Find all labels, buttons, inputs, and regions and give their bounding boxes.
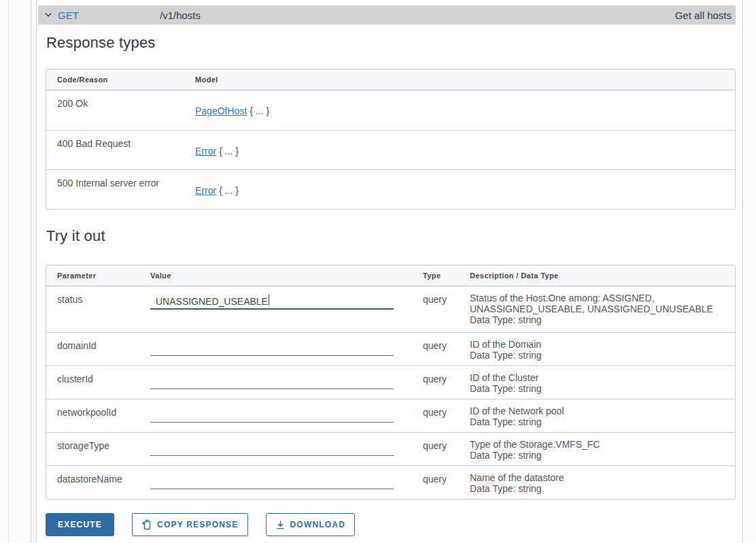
- param-type: query: [415, 399, 463, 432]
- api-explorer-screen: GET /v1/hosts Get all hosts Response typ…: [0, 0, 756, 543]
- text-caret: [269, 295, 269, 306]
- col-header-model: Model: [195, 69, 735, 90]
- param-data-type: Data Type: string: [470, 383, 727, 394]
- response-types-header-row: Code/Reason Model: [46, 69, 735, 90]
- download-label: DOWNLOAD: [290, 520, 346, 529]
- param-type: query: [415, 365, 463, 399]
- response-row-500: 500 Internal server error Error{ ... }: [46, 169, 735, 209]
- page-left-rule: [8, 0, 9, 543]
- status-value-input[interactable]: UNASSIGNED_USEABLE: [150, 291, 394, 310]
- col-header-description: Description / Data Type: [463, 265, 735, 286]
- endpoint-summary: Get all hosts: [675, 10, 732, 21]
- copy-response-label: COPY RESPONSE: [157, 520, 238, 529]
- param-data-type: Data Type: string: [470, 350, 727, 361]
- copy-icon: [141, 519, 152, 530]
- action-button-bar: EXECUTE COPY RESPONSE: [46, 513, 736, 536]
- model-link-error[interactable]: Error: [195, 146, 216, 157]
- param-name: clusterId: [46, 365, 150, 399]
- try-it-out-title: Try it out: [46, 227, 736, 245]
- param-row-domainid: domainId query ID of the Domain Data Typ…: [46, 332, 735, 365]
- param-description: ID of the Cluster: [470, 372, 727, 383]
- param-data-type: Data Type: string: [470, 314, 727, 325]
- col-header-parameter: Parameter: [46, 265, 150, 286]
- download-button[interactable]: DOWNLOAD: [266, 513, 356, 536]
- response-types-title: Response types: [46, 34, 736, 52]
- copy-response-button[interactable]: COPY RESPONSE: [132, 513, 247, 536]
- operation-panel: GET /v1/hosts Get all hosts Response typ…: [36, 0, 743, 543]
- operation-body: Response types Code/Reason Model 200 Ok …: [37, 34, 742, 536]
- param-row-clusterid: clusterId query ID of the Cluster Data T…: [46, 365, 735, 399]
- status-value-text: UNASSIGNED_USEABLE: [156, 296, 268, 307]
- response-row-200: 200 Ok PageOfHost{ ... }: [46, 90, 735, 130]
- param-description: ID of the Domain: [470, 339, 727, 350]
- param-data-type: Data Type: string: [470, 450, 727, 461]
- model-suffix: { ... }: [250, 105, 269, 116]
- endpoint-path: /v1/hosts: [160, 10, 201, 21]
- param-description: Status of the Host.One among: ASSIGNED, …: [470, 293, 727, 314]
- col-header-type: Type: [415, 265, 463, 286]
- param-row-datastorename: datastoreName query Name of the datastor…: [46, 465, 735, 499]
- datastorename-value-input[interactable]: [150, 470, 394, 489]
- response-types-table: Code/Reason Model 200 Ok PageOfHost{ ...…: [46, 69, 736, 210]
- networkpoolid-value-input[interactable]: [150, 404, 394, 423]
- param-name: datastoreName: [46, 465, 150, 499]
- storagetype-value-input[interactable]: [150, 437, 394, 456]
- execute-button[interactable]: EXECUTE: [46, 513, 114, 536]
- param-row-status: status UNASSIGNED_USEABLE query Status o…: [46, 286, 735, 332]
- param-data-type: Data Type: string: [470, 483, 727, 494]
- clusterid-value-input[interactable]: [150, 370, 394, 389]
- param-data-type: Data Type: string: [470, 416, 727, 427]
- param-name: domainId: [46, 332, 150, 365]
- response-code: 500 Internal server error: [46, 169, 195, 209]
- model-suffix: { ... }: [219, 146, 239, 157]
- card-left-border: [31, 0, 31, 543]
- download-icon: [275, 520, 286, 530]
- param-name: networkpoolId: [46, 399, 150, 432]
- operation-header-bar[interactable]: GET /v1/hosts Get all hosts: [38, 5, 736, 24]
- chevron-down-icon[interactable]: [44, 10, 53, 20]
- model-suffix: { ... }: [219, 185, 239, 196]
- try-it-out-header-row: Parameter Value Type Description / Data …: [46, 265, 735, 286]
- model-link-pageofhost[interactable]: PageOfHost: [195, 105, 247, 116]
- response-code: 200 Ok: [46, 90, 195, 130]
- param-row-storagetype: storageType query Type of the Storage.VM…: [46, 432, 735, 465]
- param-name: storageType: [46, 432, 150, 465]
- response-code: 400 Bad Request: [46, 130, 195, 169]
- col-header-code-reason: Code/Reason: [46, 69, 195, 90]
- try-it-out-table: Parameter Value Type Description / Data …: [46, 265, 736, 499]
- param-type: query: [415, 286, 463, 332]
- model-link-error[interactable]: Error: [195, 185, 216, 196]
- param-type: query: [415, 465, 463, 499]
- col-header-value: Value: [150, 265, 415, 286]
- domainid-value-input[interactable]: [150, 337, 394, 356]
- param-description: ID of the Network pool: [470, 406, 727, 416]
- param-type: query: [415, 332, 463, 365]
- param-description: Name of the datastore: [470, 472, 727, 483]
- param-description: Type of the Storage.VMFS_FC: [470, 439, 727, 450]
- http-method-label: GET: [58, 10, 160, 21]
- param-row-networkpoolid: networkpoolId query ID of the Network po…: [46, 399, 735, 432]
- param-type: query: [415, 432, 463, 465]
- response-row-400: 400 Bad Request Error{ ... }: [46, 130, 735, 169]
- param-name: status: [46, 286, 150, 332]
